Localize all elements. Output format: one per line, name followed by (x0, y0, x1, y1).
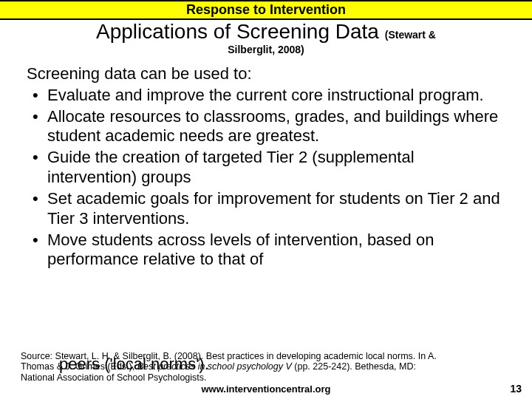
slide-title-area: Applications of Screening Data (Stewart … (0, 20, 532, 58)
source-line: (pp. 225-242). Bethesda, MD: (294, 361, 416, 372)
list-item: Guide the creation of targeted Tier 2 (s… (27, 148, 505, 188)
intro-text: Screening data can be used to: (27, 64, 505, 84)
list-item: Allocate resources to classrooms, grades… (27, 107, 505, 147)
source-line: Thomas & J. Grimes (Eds.), (21, 361, 137, 372)
source-citation: Source: Stewart, L. H. & Silberglit, B. … (21, 351, 511, 383)
list-item: Set academic goals for improvement for s… (27, 189, 505, 229)
header-banner: Response to Intervention (0, 0, 532, 20)
page-number: 13 (510, 383, 522, 395)
source-line: Source: Stewart, L. H. & Silberglit, B. … (21, 351, 437, 361)
slide-body: Screening data can be used to: Evaluate … (0, 58, 532, 270)
list-item: Move students across levels of intervent… (27, 231, 505, 270)
source-italic: Best practices in school psychology V (137, 361, 295, 372)
slide-cite-line2: Silberglit, 2008) (15, 44, 517, 55)
bullet-list: Evaluate and improve the current core in… (27, 86, 505, 270)
list-item: Evaluate and improve the current core in… (27, 86, 505, 106)
header-banner-text: Response to Intervention (186, 2, 346, 17)
source-line: National Association of School Psycholog… (21, 372, 207, 383)
footer-url: www.interventioncentral.org (0, 383, 532, 395)
slide-title: Applications of Screening Data (96, 20, 385, 43)
slide-cite-inline: (Stewart & (385, 29, 436, 41)
